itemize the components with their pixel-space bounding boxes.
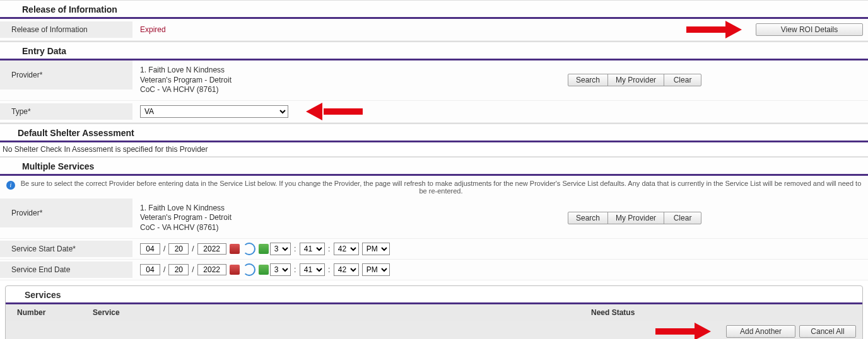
calendar-green-icon[interactable] [259,244,269,254]
calendar-green-icon[interactable] [259,265,269,275]
start-hour-select[interactable]: 3 [270,243,291,255]
end-hour-select[interactable]: 3 [270,263,291,276]
col-need-status: Need Status [591,308,856,317]
time-separator: : [326,244,332,253]
col-service: Service [93,308,591,317]
start-month-input[interactable] [140,243,160,255]
provider-line: CoC - VA HCHV (8761) [140,223,232,233]
service-start-label: Service Start Date* [0,241,132,257]
start-minute-select[interactable]: 41 [300,243,325,255]
entry-provider-label: Provider* [0,60,132,89]
multi-provider-row: Provider* 1. Faith Love N Kindness Veter… [0,198,868,239]
services-title: Services [6,286,862,302]
annotation-arrow-right [686,23,743,37]
roi-row-label: Release of Information [0,21,132,38]
start-ampm-select[interactable]: PM [362,243,390,255]
services-box: Services Number Service Need Status Add … [5,285,863,339]
multi-provider-value: 1. Faith Love N Kindness Veteran's Progr… [140,204,232,233]
service-end-row: Service End Date / / 3 : 41 : 42 PM [0,260,868,280]
clear-button[interactable]: Clear [664,74,701,86]
calendar-icon[interactable] [230,265,240,275]
date-separator: / [192,265,194,274]
date-separator: / [163,265,165,274]
time-separator: : [292,265,298,274]
my-provider-button[interactable]: My Provider [607,212,664,224]
service-start-row: Service Start Date* / / 3 : 41 : 42 PM [0,239,868,260]
start-second-select[interactable]: 42 [334,243,359,255]
end-minute-select[interactable]: 41 [300,263,325,276]
col-number: Number [17,308,93,317]
my-provider-button[interactable]: My Provider [607,74,664,86]
date-separator: / [192,244,194,253]
multi-provider-buttons: Search My Provider Clear [568,212,701,224]
clear-button[interactable]: Clear [664,212,701,224]
end-day-input[interactable] [168,264,189,275]
entry-provider-row: Provider* 1. Faith Love N Kindness Veter… [0,60,868,101]
search-button[interactable]: Search [568,74,608,86]
start-day-input[interactable] [168,243,189,255]
roi-row: Release of Information Expired View ROI … [0,19,868,41]
entry-provider-value: 1. Faith Love N Kindness Veteran's Progr… [140,66,232,95]
date-separator: / [163,244,165,253]
annotation-arrow-left [306,105,363,118]
calendar-icon[interactable] [230,244,240,254]
refresh-icon[interactable] [243,263,255,276]
multi-info-text: Be sure to select the correct Provider b… [20,180,862,195]
entry-provider-buttons: Search My Provider Clear [568,74,701,86]
end-year-input[interactable] [197,264,226,275]
search-button[interactable]: Search [568,212,608,224]
roi-section-title: Release of Information [0,0,868,17]
shelter-section-title: Default Shelter Assessment [0,124,868,141]
provider-line: CoC - VA HCHV (8761) [140,85,232,95]
entry-type-row: Type* VA [0,101,868,123]
time-separator: : [326,265,332,274]
multi-info-row: i Be sure to select the correct Provider… [0,176,868,198]
start-year-input[interactable] [197,243,226,255]
provider-line: Veteran's Program - Detroit [140,213,232,223]
multi-section-title: Multiple Services [0,157,868,174]
services-header: Number Service Need Status [6,304,862,321]
end-second-select[interactable]: 42 [334,263,359,276]
add-another-button[interactable]: Add Another [726,325,795,338]
services-footer: Add Another Cancel All [6,321,862,339]
end-ampm-select[interactable]: PM [362,263,390,276]
end-month-input[interactable] [140,264,160,275]
provider-line: Veteran's Program - Detroit [140,76,232,86]
view-roi-details-button[interactable]: View ROI Details [756,23,863,36]
shelter-note: No Shelter Check In Assessment is specif… [0,142,868,156]
refresh-icon[interactable] [243,243,255,255]
entry-type-label: Type* [0,103,132,120]
annotation-arrow-right [655,325,712,338]
multi-provider-label: Provider* [0,198,132,227]
entry-type-select[interactable]: VA [140,105,288,118]
service-end-label: Service End Date [0,261,132,278]
cancel-all-button[interactable]: Cancel All [799,325,856,338]
info-icon: i [6,181,15,190]
provider-line: 1. Faith Love N Kindness [140,204,232,214]
provider-line: 1. Faith Love N Kindness [140,66,232,76]
roi-status: Expired [140,25,166,34]
entry-section-title: Entry Data [0,42,868,59]
time-separator: : [292,244,298,253]
